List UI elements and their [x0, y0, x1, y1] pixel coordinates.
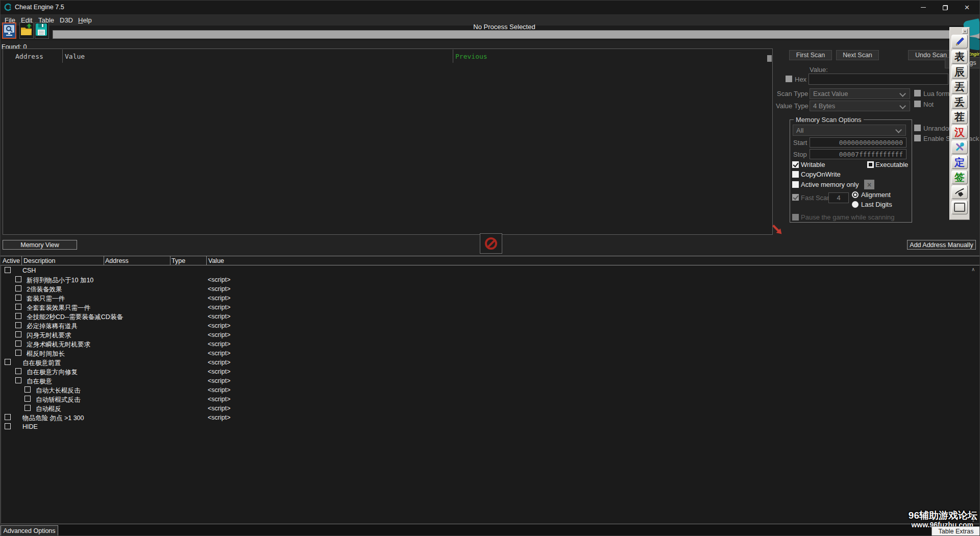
fast-scan-checkbox[interactable] — [792, 194, 799, 201]
start-input[interactable]: 0000000000000000 — [810, 137, 906, 148]
row-checkbox[interactable] — [24, 386, 31, 393]
minimize-button[interactable] — [912, 1, 934, 14]
col-type[interactable]: Type — [172, 257, 185, 264]
found-col-divider[interactable] — [62, 50, 63, 63]
table-row[interactable]: 2倍装备效果 <script> — [1, 284, 980, 294]
advanced-options-button[interactable]: Advanced Options — [1, 525, 58, 536]
close-button[interactable]: × — [956, 1, 978, 14]
table-row[interactable]: 自在极意 <script> — [1, 376, 980, 385]
lua-formula-checkbox[interactable] — [914, 90, 921, 96]
save-table-button[interactable] — [35, 22, 49, 39]
table-row[interactable]: 自在极意方向修复 <script> — [1, 367, 980, 376]
found-list[interactable]: Address Value Previous — [3, 48, 773, 235]
palette-button-hand-icon[interactable] — [951, 185, 968, 199]
no-process-splitter-button[interactable] — [480, 233, 502, 254]
copyonwrite-checkbox[interactable] — [792, 171, 799, 178]
found-scrollbar-thumb[interactable] — [767, 55, 772, 62]
scan-type-dropdown[interactable]: Exact Value — [810, 88, 910, 99]
fast-scan-value-input[interactable]: 4 — [828, 192, 849, 203]
value-input[interactable] — [808, 74, 948, 85]
table-row[interactable]: 自在极意前置 <script> — [1, 358, 980, 367]
value-type-dropdown[interactable]: 4 Bytes — [810, 101, 910, 111]
writable-checkbox[interactable] — [792, 161, 799, 168]
found-col-divider[interactable] — [453, 50, 453, 63]
row-checkbox[interactable] — [5, 423, 11, 429]
first-scan-button[interactable]: First Scan — [789, 50, 832, 60]
stop-input[interactable]: 00007fffffffffff — [810, 149, 906, 159]
table-row[interactable]: 自动大长棍反击 <script> — [1, 385, 980, 395]
row-checkbox[interactable] — [15, 285, 21, 291]
add-address-manually-button[interactable]: Add Address Manually — [907, 240, 976, 250]
table-row[interactable]: 物品危险 勿点 >1 300 <script> — [1, 413, 980, 422]
row-checkbox[interactable] — [15, 340, 21, 347]
palette-button-丢[interactable]: 丢 — [951, 95, 968, 109]
row-checkbox[interactable] — [15, 377, 21, 383]
last-digits-radio[interactable] — [852, 201, 859, 208]
table-scroll-up-icon[interactable]: ∧ — [971, 266, 975, 272]
column-divider[interactable] — [170, 256, 170, 265]
palette-button-签[interactable]: 签 — [951, 170, 968, 184]
row-checkbox[interactable] — [24, 396, 31, 402]
palette-button-定[interactable]: 定 — [951, 155, 968, 169]
row-checkbox[interactable] — [5, 414, 11, 420]
table-row[interactable]: 全技能2秒CD--需要装备减CD装备 <script> — [1, 312, 980, 321]
col-address[interactable]: Address — [105, 257, 129, 264]
row-checkbox[interactable] — [15, 322, 21, 328]
floating-palette[interactable]: × 表辰丟丢茬汉定签 — [949, 27, 970, 220]
found-col-value[interactable]: Value — [65, 53, 85, 60]
palette-button-rect-icon[interactable] — [951, 201, 968, 214]
not-checkbox[interactable] — [914, 101, 921, 107]
resize-arrow-icon[interactable] — [771, 224, 783, 236]
palette-button-辰[interactable]: 辰 — [951, 65, 968, 79]
next-scan-button[interactable]: Next Scan — [836, 50, 879, 60]
row-checkbox[interactable] — [5, 267, 11, 273]
table-row[interactable]: 新得到物品小于10 加10 <script> — [1, 275, 980, 284]
table-row[interactable]: 闪身无时机要求 <script> — [1, 330, 980, 339]
restore-button[interactable] — [934, 1, 956, 14]
region-dropdown[interactable]: All — [793, 125, 906, 136]
alignment-radio[interactable] — [852, 191, 859, 198]
row-checkbox[interactable] — [15, 350, 21, 356]
row-checkbox[interactable] — [15, 295, 21, 301]
row-checkbox[interactable] — [5, 359, 11, 365]
row-checkbox[interactable] — [24, 405, 31, 411]
table-row[interactable]: 定身术瞬机无时机要求 <script> — [1, 339, 980, 349]
table-row[interactable]: 必定掉落稀有道具 <script> — [1, 321, 980, 330]
found-col-address[interactable]: Address — [15, 53, 43, 60]
table-extras-button[interactable]: Table Extras — [932, 526, 980, 536]
palette-button-茬[interactable]: 茬 — [951, 110, 968, 124]
table-row[interactable]: 自动斩棍式反击 <script> — [1, 395, 980, 404]
row-checkbox[interactable] — [15, 276, 21, 282]
unrandomizer-checkbox[interactable] — [914, 125, 921, 131]
column-divider[interactable] — [21, 256, 22, 265]
palette-close-button[interactable]: × — [962, 29, 968, 34]
memory-view-button[interactable]: Memory View — [3, 240, 77, 250]
hex-checkbox[interactable] — [786, 76, 792, 82]
col-value[interactable]: Value — [208, 257, 224, 264]
column-divider[interactable] — [104, 256, 104, 265]
table-row[interactable]: 自动棍反 <script> — [1, 404, 980, 413]
table-row[interactable]: CSH — [1, 266, 980, 275]
palette-button-pen-icon[interactable] — [951, 35, 968, 48]
column-divider[interactable] — [206, 256, 207, 265]
table-row[interactable]: 全套套装效果只需一件 <script> — [1, 303, 980, 312]
row-checkbox[interactable] — [15, 368, 21, 374]
row-checkbox[interactable] — [15, 304, 21, 310]
executable-checkbox[interactable] — [867, 161, 874, 168]
palette-button-汉[interactable]: 汉 — [951, 125, 968, 139]
palette-button-丟[interactable]: 丟 — [951, 80, 968, 94]
table-row[interactable]: 棍反时间加长 <script> — [1, 349, 980, 358]
active-memory-only-checkbox[interactable] — [792, 181, 799, 188]
col-active[interactable]: Active — [3, 257, 20, 264]
enable-speedhack-checkbox[interactable] — [914, 135, 921, 141]
table-row[interactable]: 套装只需一件 <script> — [1, 294, 980, 303]
open-table-button[interactable] — [19, 22, 34, 39]
palette-button-tools-icon[interactable] — [951, 140, 968, 154]
palette-button-表[interactable]: 表 — [951, 50, 968, 64]
row-checkbox[interactable] — [15, 331, 21, 337]
pause-while-scanning-checkbox[interactable] — [792, 214, 799, 221]
row-checkbox[interactable] — [15, 313, 21, 319]
table-row[interactable]: HIDE — [1, 422, 980, 431]
col-description[interactable]: Description — [23, 257, 56, 264]
clear-region-button[interactable]: × — [864, 180, 874, 189]
